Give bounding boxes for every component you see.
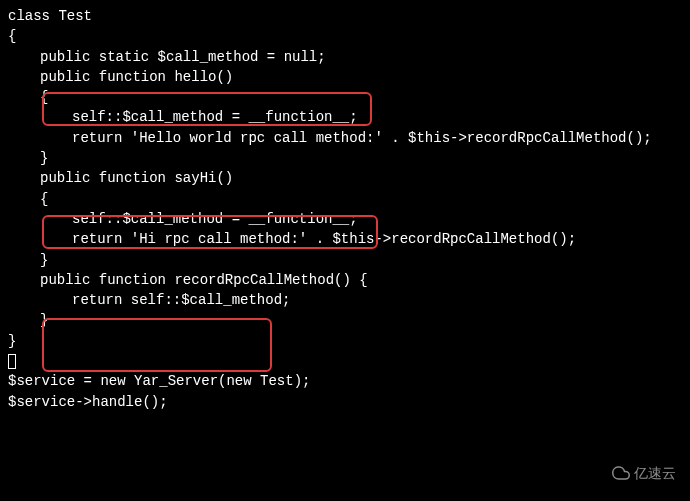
cloud-icon (612, 464, 630, 482)
code-line: } (8, 310, 682, 330)
code-line-cursor (8, 351, 682, 371)
code-line: } (8, 148, 682, 168)
code-line: } (8, 250, 682, 270)
code-line: $service->handle(); (8, 392, 682, 412)
code-line: public static $call_method = null; (8, 47, 682, 67)
code-line: } (8, 331, 682, 351)
code-line: { (8, 189, 682, 209)
code-line: { (8, 87, 682, 107)
code-line-highlighted: self::$call_method = __function__; (8, 107, 682, 127)
code-line: return 'Hello world rpc call method:' . … (8, 128, 682, 148)
watermark-text: 亿速云 (634, 463, 676, 483)
code-line: public function recordRpcCallMethod() { (8, 270, 682, 290)
watermark: 亿速云 (612, 463, 676, 483)
code-line-highlighted: self::$call_method = __function__; (8, 209, 682, 229)
code-line: $service = new Yar_Server(new Test); (8, 371, 682, 391)
code-line-highlighted: return self::$call_method; (8, 290, 682, 310)
cursor-icon (8, 354, 16, 369)
code-line: class Test (8, 6, 682, 26)
code-line: public function hello() (8, 67, 682, 87)
code-line: public function sayHi() (8, 168, 682, 188)
code-line: return 'Hi rpc call method:' . $this->re… (8, 229, 682, 249)
code-line: { (8, 26, 682, 46)
